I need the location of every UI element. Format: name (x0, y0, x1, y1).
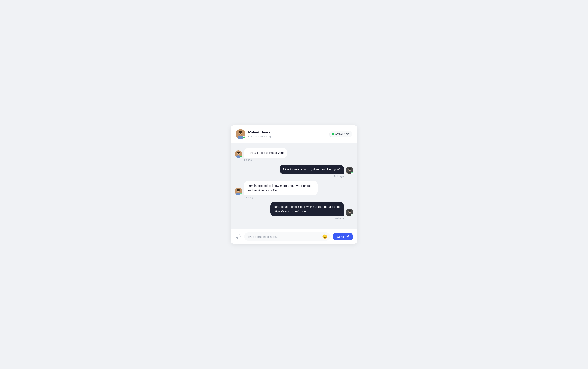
contact-online-dot (243, 136, 245, 139)
message-group-2: Nice to meet you too, How can I help you… (235, 165, 353, 178)
message-input[interactable] (248, 235, 320, 238)
message-row-3: I am interested to know more about your … (235, 181, 353, 195)
attach-button[interactable] (235, 233, 242, 240)
message-bubble-2: Nice to meet you too, How can I help you… (280, 165, 344, 174)
contact-name: Robert Henry (248, 130, 272, 134)
message-group-1: Hey Bill, nice to meed you! 5h ago (235, 148, 353, 162)
message-avatar-1 (235, 150, 242, 158)
sender-online-1 (240, 155, 242, 158)
message-timestamp-2: 2min ago (235, 175, 344, 178)
send-button[interactable]: Send (333, 233, 353, 240)
message-group-4: sure, please check bellow link to see de… (235, 202, 353, 220)
message-text-4: sure, please check bellow link to see de… (274, 205, 340, 213)
send-label: Send (337, 235, 344, 238)
svg-marker-22 (346, 235, 349, 238)
active-status-label: Active Now (335, 133, 349, 136)
svg-point-11 (348, 168, 351, 170)
message-bubble-4: sure, please check bellow link to see de… (270, 202, 344, 216)
message-text-3: I am interested to know more about your … (248, 184, 311, 192)
chat-container: Robert Henry Lase seen 5min ago Active N… (231, 125, 357, 244)
sender-online-2 (351, 172, 353, 174)
message-row-2: Nice to meet you too, How can I help you… (235, 165, 353, 174)
active-status-badge: Active Now (329, 131, 352, 137)
send-icon (346, 235, 349, 238)
header-left: Robert Henry Lase seen 5min ago (236, 129, 272, 139)
sender-online-4 (351, 214, 353, 216)
active-dot-indicator (332, 133, 334, 135)
message-text-2: Nice to meet you too, How can I help you… (283, 168, 340, 171)
chat-header: Robert Henry Lase seen 5min ago Active N… (231, 125, 357, 143)
emoji-button[interactable]: 😊 (322, 235, 327, 239)
message-avatar-4 (346, 209, 353, 216)
input-wrapper: 😊 (244, 233, 330, 241)
message-avatar-3 (235, 188, 242, 195)
last-seen-text: Lase seen 5min ago (248, 135, 272, 138)
message-timestamp-1: 5h ago (244, 159, 353, 162)
message-bubble-3: I am interested to know more about your … (244, 181, 318, 195)
message-row-1: Hey Bill, nice to meed you! (235, 148, 353, 158)
message-avatar-2 (346, 167, 353, 174)
svg-point-19 (348, 210, 351, 212)
message-timestamp-4: Just now (235, 217, 344, 220)
message-bubble-1: Hey Bill, nice to meed you! (244, 148, 287, 158)
paperclip-icon (236, 234, 241, 239)
messages-area: Hey Bill, nice to meed you! 5h ago (231, 143, 357, 229)
user-info: Robert Henry Lase seen 5min ago (248, 130, 272, 138)
message-text-1: Hey Bill, nice to meed you! (248, 151, 284, 154)
sender-online-3 (240, 193, 242, 195)
input-area: 😊 Send (231, 229, 357, 244)
message-timestamp-3: 1min ago (244, 196, 353, 199)
message-group-3: I am interested to know more about your … (235, 181, 353, 199)
message-row-4: sure, please check bellow link to see de… (235, 202, 353, 216)
contact-avatar-wrapper (236, 129, 245, 139)
